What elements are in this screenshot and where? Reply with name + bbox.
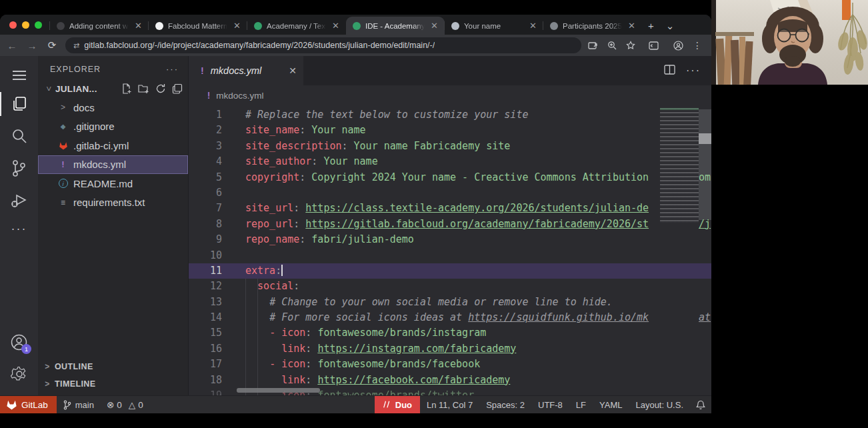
code-line[interactable]: 1# Replace the text below to customize y…: [189, 107, 711, 123]
profile-avatar-icon[interactable]: [673, 41, 683, 51]
code-editor[interactable]: 1# Replace the text below to customize y…: [189, 105, 711, 395]
browser-tab[interactable]: Fabcloud Mattermost✕: [149, 17, 247, 35]
code-line[interactable]: 12 social:: [189, 279, 711, 294]
breadcrumb-file[interactable]: mkdocs.yml: [216, 91, 263, 101]
minimize-window-button[interactable]: [22, 21, 29, 29]
editor-tab-bar: ! mkdocs.yml ✕ ···: [189, 56, 711, 85]
branch-icon: [63, 400, 72, 410]
code-line[interactable]: 9repo_name: fabri/julian-demo: [189, 232, 711, 247]
code-line[interactable]: 7site_url: https://class.textile-academy…: [189, 201, 711, 216]
status-item-yaml[interactable]: YAML: [593, 396, 629, 413]
accounts-icon[interactable]: 1: [0, 326, 38, 358]
text-cursor: [281, 265, 283, 276]
search-icon[interactable]: [0, 120, 38, 152]
line-number: 5: [189, 170, 222, 185]
minimap[interactable]: [660, 108, 699, 223]
status-item-utf-8[interactable]: UTF-8: [531, 396, 569, 413]
browser-tab[interactable]: Participants 2025-202✕: [543, 17, 642, 35]
file-row-requirements-txt[interactable]: ≡ requirements.txt: [38, 193, 188, 213]
explorer-more-actions-icon[interactable]: ···: [166, 64, 179, 74]
horizontal-scrollbar[interactable]: [237, 388, 320, 393]
close-tab-icon[interactable]: ✕: [232, 21, 242, 31]
code-line[interactable]: 2site_name: Your name: [189, 123, 711, 138]
browser-tab[interactable]: Your name✕: [445, 17, 543, 35]
tab-title: Fabcloud Mattermost: [168, 22, 227, 30]
browser-menu-icon[interactable]: ⋮: [693, 40, 702, 51]
browser-tab[interactable]: IDE - Academany / Tex✕: [346, 17, 445, 35]
more-views-icon[interactable]: ···: [0, 216, 38, 241]
close-tab-icon[interactable]: ✕: [331, 21, 341, 31]
file-row-readme-md[interactable]: i README.md: [38, 174, 188, 193]
line-number: 19: [189, 388, 222, 395]
code-line[interactable]: 18 link: https://facebook.com/fabricadem…: [189, 373, 711, 388]
status-item-spaces[interactable]: Spaces: 2: [479, 396, 531, 413]
side-panel-icon[interactable]: [649, 41, 659, 50]
status-item-lf[interactable]: LF: [569, 396, 593, 413]
collapse-explorer-icon[interactable]: [172, 83, 183, 94]
url-text[interactable]: gitlab.fabcloud.org/-/ide/project/academ…: [84, 41, 435, 50]
editor-tab-mkdocs[interactable]: ! mkdocs.yml ✕: [189, 56, 303, 85]
window-controls[interactable]: [0, 15, 50, 35]
code-line[interactable]: 16 link: https://instagram.com/fabricade…: [189, 341, 711, 357]
code-line[interactable]: 3site_description: Your name Fabricademy…: [189, 139, 711, 154]
sidebar-section-timeline[interactable]: >TIMELINE: [38, 375, 188, 393]
notifications-bell-icon[interactable]: [690, 396, 711, 413]
status-item-layout[interactable]: Layout: U.S.: [629, 396, 690, 413]
close-tab-icon[interactable]: ✕: [429, 21, 439, 31]
source-control-icon[interactable]: [0, 152, 38, 184]
sidebar-section-outline[interactable]: >OUTLINE: [38, 358, 188, 375]
file-row-mkdocs-yml[interactable]: ! mkdocs.yml: [38, 155, 188, 175]
close-window-button[interactable]: [9, 21, 17, 29]
new-folder-icon[interactable]: [138, 83, 149, 94]
code-line[interactable]: 10: [189, 248, 711, 263]
browser-tab[interactable]: Academany / Textile Ac✕: [247, 17, 346, 35]
overflow-fragment: /j: [699, 217, 711, 232]
split-editor-icon[interactable]: [664, 65, 675, 77]
file-row-docs[interactable]: > docs: [38, 98, 188, 117]
overflow-fragment: at: [699, 310, 711, 325]
accounts-badge: 1: [21, 344, 31, 354]
project-root-row[interactable]: > JULIAN...: [38, 81, 188, 98]
close-tab-icon[interactable]: ✕: [289, 65, 297, 76]
editor-more-actions-icon[interactable]: ···: [686, 65, 701, 77]
close-tab-icon[interactable]: ✕: [627, 21, 637, 31]
code-line[interactable]: 4site_author: Your name: [189, 154, 711, 169]
file-row--gitlab-ci-yml[interactable]: .gitlab-ci.yml: [38, 136, 188, 155]
menu-hamburger-icon[interactable]: [0, 63, 38, 88]
back-icon[interactable]: ←: [5, 40, 19, 51]
gitlab-duo-button[interactable]: Duo: [375, 396, 420, 413]
tab-search-button[interactable]: ⌄: [660, 17, 681, 35]
code-line[interactable]: 17 - icon: fontawesome/brands/facebook: [189, 357, 711, 372]
new-file-icon[interactable]: [121, 83, 132, 94]
close-tab-icon[interactable]: ✕: [133, 21, 143, 31]
address-bar[interactable]: ⇄ gitlab.fabcloud.org/-/ide/project/acad…: [65, 37, 581, 53]
tab-favicon-icon: [353, 22, 361, 30]
new-tab-button[interactable]: +: [642, 17, 660, 35]
maximize-window-button[interactable]: [35, 21, 42, 29]
code-line[interactable]: 13 # Change to your own social media or …: [189, 295, 711, 310]
file-row--gitignore[interactable]: ◆ .gitignore: [38, 117, 188, 137]
status-item-ln[interactable]: Ln 11, Col 7: [420, 396, 479, 413]
browser-tab[interactable]: Adding content with M✕: [50, 17, 149, 35]
settings-gear-icon[interactable]: [0, 358, 38, 390]
explorer-files-icon[interactable]: [0, 88, 38, 120]
forward-icon[interactable]: →: [25, 40, 39, 51]
close-tab-icon[interactable]: ✕: [528, 21, 538, 31]
reload-icon[interactable]: ⟳: [45, 39, 59, 51]
code-line[interactable]: 14 # For more social icons ideas at http…: [189, 310, 711, 325]
code-line[interactable]: 15 - icon: fontawesome/brands/instagram: [189, 325, 711, 341]
site-settings-icon[interactable]: ⇄: [73, 41, 79, 50]
bookmark-star-icon[interactable]: [626, 41, 635, 50]
breadcrumb[interactable]: ! mkdocs.yml: [189, 85, 711, 105]
zoom-icon[interactable]: [607, 41, 617, 50]
gitlab-status-button[interactable]: GitLab: [0, 396, 57, 413]
code-line[interactable]: 6: [189, 185, 711, 201]
code-line[interactable]: 5copyright: Copyright 2024 Your name - C…: [189, 170, 711, 185]
code-line[interactable]: 8repo_url: https://gitlab.fabcloud.org/a…: [189, 217, 711, 232]
run-debug-icon[interactable]: [0, 184, 38, 216]
refresh-icon[interactable]: [155, 83, 166, 94]
code-line[interactable]: 11extra:: [189, 263, 711, 279]
branch-indicator[interactable]: main: [57, 396, 100, 413]
problems-indicator[interactable]: ⊗ 0 △ 0: [100, 396, 150, 413]
share-icon[interactable]: [588, 41, 598, 50]
